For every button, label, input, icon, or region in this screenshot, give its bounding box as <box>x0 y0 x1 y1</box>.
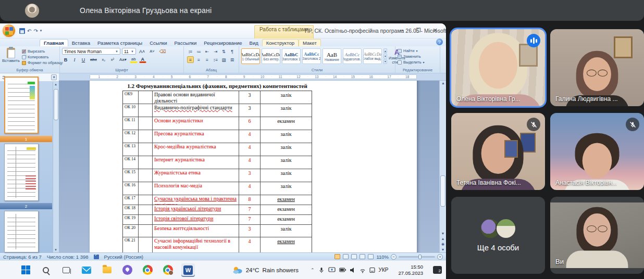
page-thumbnail-3[interactable] <box>4 211 39 252</box>
weather-widget[interactable]: 24°C Rain showers <box>232 266 299 274</box>
prev-page-icon[interactable]: ▲ <box>441 237 445 240</box>
table-row[interactable]: ОК 18 Історія української літератури 7 е… <box>123 205 312 215</box>
scroll-down-icon[interactable]: ▼ <box>441 232 445 235</box>
participant-tile[interactable]: Тетяна Іванівна Фокі... <box>451 113 545 190</box>
ribbon-tab[interactable]: Вставка <box>68 40 94 46</box>
ribbon-tab[interactable]: Разметка страницы <box>94 40 146 46</box>
document-table[interactable]: 1.2 Формуванняспеціальних (фахових, пред… <box>122 83 312 252</box>
ribbon-tab[interactable]: Рецензирование <box>200 40 245 46</box>
ribbon-tab[interactable]: Ссылки <box>146 40 170 46</box>
font-family-select[interactable]: Times New Roman▼ <box>62 48 120 55</box>
sort-button[interactable]: ⇅ <box>220 48 227 55</box>
show-marks-button[interactable]: ¶ <box>229 48 236 55</box>
italic-button[interactable]: I <box>71 56 78 63</box>
language-switcher[interactable]: УКР <box>379 267 389 273</box>
page-thumbnail-1[interactable] <box>4 77 39 134</box>
table-row[interactable]: ОК 13 Крос-медійна журналістика 4 залік <box>123 143 312 156</box>
participant-tile[interactable]: Галина Людвигівна ... <box>550 29 644 106</box>
clear-formatting-button[interactable]: ⌫ <box>158 48 168 55</box>
minimize-button[interactable]: ─ <box>395 26 408 35</box>
word-taskbar-icon[interactable] <box>181 263 195 277</box>
scrollbar-thumb[interactable] <box>440 175 445 207</box>
style-preset[interactable]: AaBbC Заголовок 1 <box>282 48 301 64</box>
page-thumbnail-2[interactable] <box>4 144 39 201</box>
bold-button[interactable]: B <box>62 56 69 63</box>
font-size-select[interactable]: 11▼ <box>122 48 136 55</box>
ribbon-tab[interactable]: Вид <box>246 40 262 46</box>
bullets-button[interactable]: ⁝≡ <box>187 48 194 55</box>
select-button[interactable]: Выделить ▾ <box>398 60 438 65</box>
shared-screen[interactable]: ↶ ↷ ▾ Работа с таблицами ПР, СК. Освітнь… <box>0 23 446 279</box>
format-painter-button[interactable]: Формат по образцу <box>22 60 63 65</box>
borders-button[interactable]: ⊞ <box>229 56 236 63</box>
print-layout-view-button[interactable] <box>335 254 340 259</box>
draft-view-button[interactable] <box>368 254 374 259</box>
zoom-slider[interactable] <box>399 256 435 258</box>
subscript-button[interactable]: x₂ <box>100 56 107 63</box>
grow-font-button[interactable]: A˄ <box>138 48 146 55</box>
change-case-button[interactable]: Aa▾ <box>118 56 128 63</box>
style-preset[interactable]: AaBbCcDc 1 Без интер... <box>262 48 280 64</box>
notification-badge[interactable]: 2 <box>433 266 442 274</box>
align-center-button[interactable]: ≡ <box>195 56 202 63</box>
start-button[interactable] <box>19 263 32 277</box>
replace-button[interactable]: Заменить <box>398 54 438 59</box>
page-indicator[interactable]: Страница: 6 из 7 <box>3 254 42 260</box>
task-view-icon[interactable] <box>59 263 73 277</box>
thumbnails-close-icon[interactable]: ✕ <box>51 74 57 80</box>
quick-access-toolbar[interactable]: ↶ ↷ ▾ <box>19 28 42 34</box>
styles-gallery-scroll[interactable]: ▲▼▼ <box>383 48 387 64</box>
clock-widget[interactable]: 15:50 27.05.2023 <box>398 264 423 276</box>
highlight-color-button[interactable]: ab <box>130 56 138 63</box>
style-preset[interactable]: AaBbCcDa Слабое выд... <box>363 48 382 64</box>
ribbon-tab[interactable]: Макет <box>299 39 321 46</box>
close-button[interactable]: ✕ <box>428 26 442 35</box>
mail-icon[interactable] <box>80 263 93 277</box>
participant-tile[interactable]: Олена Вікторівна Гр... <box>451 29 545 106</box>
qat-dropdown-icon[interactable]: ▾ <box>40 29 42 33</box>
redo-icon[interactable]: ↷ <box>33 28 38 34</box>
zoom-level[interactable]: 110% <box>376 254 389 260</box>
table-row[interactable]: ОК 19 Історія світової літератури 7 екза… <box>123 215 312 225</box>
strikethrough-button[interactable]: abc <box>89 56 98 63</box>
tray-chevron-icon[interactable]: ⌃ <box>311 268 315 273</box>
file-explorer-icon[interactable] <box>100 263 114 277</box>
ribbon-tab[interactable]: Рассылки <box>171 40 201 46</box>
chrome-icon[interactable] <box>141 263 154 277</box>
underline-button[interactable]: U <box>80 56 87 63</box>
participant-tile[interactable]: Ще 4 особи <box>451 197 545 274</box>
style-preset[interactable]: AaB Название <box>323 48 341 64</box>
viber-icon[interactable] <box>120 263 134 277</box>
style-preset[interactable]: AaBbCc Заголовок 2 <box>302 48 321 64</box>
table-row[interactable]: ОК 11 Основи журналістики 6 екзамен <box>123 117 312 130</box>
line-spacing-button[interactable]: ↕≡ <box>212 56 219 63</box>
find-button[interactable]: Найти ▾ <box>398 48 438 53</box>
cut-button[interactable]: Вырезать <box>22 49 63 54</box>
superscript-button[interactable]: x² <box>109 56 116 63</box>
outline-view-button[interactable] <box>360 254 365 259</box>
search-icon[interactable] <box>39 263 53 277</box>
system-tray[interactable]: ⌃ УКР <box>311 267 388 273</box>
decrease-indent-button[interactable]: ⇤ <box>204 48 210 55</box>
table-row[interactable]: ОК 17 Сучасна українська мова і практичн… <box>123 195 312 205</box>
thumbnails-scrollbar[interactable] <box>53 82 59 252</box>
web-view-button[interactable] <box>351 254 357 259</box>
language-indicator[interactable]: Русский (Россия) <box>104 254 143 260</box>
shading-button[interactable]: ▨ <box>220 56 227 63</box>
table-row[interactable]: ОК 21 Сучасні інформаційні технології в … <box>123 237 312 252</box>
ribbon-tab[interactable]: Конструктор <box>262 39 299 46</box>
font-color-button[interactable]: A <box>139 56 146 63</box>
help-icon[interactable]: ? <box>436 39 443 45</box>
document-canvas[interactable]: 1.2 Формуванняспеціальних (фахових, пред… <box>59 81 446 252</box>
zoom-out-button[interactable]: − <box>391 254 397 260</box>
maximize-button[interactable]: ❐ <box>412 26 425 35</box>
table-row[interactable]: ОК 14 Інтернет журналістика 4 залік <box>123 156 312 169</box>
copy-button[interactable]: Копировать <box>22 55 63 59</box>
save-icon[interactable] <box>19 28 25 34</box>
undo-icon[interactable]: ↶ <box>27 28 31 34</box>
align-left-button[interactable]: ≡ <box>187 56 194 63</box>
ribbon-tab[interactable]: Главная <box>40 39 68 46</box>
numbering-button[interactable]: ≔ <box>195 48 202 55</box>
participant-tile[interactable]: Анастасія Вікторівн... <box>550 113 644 190</box>
spellcheck-icon[interactable] <box>94 255 99 259</box>
